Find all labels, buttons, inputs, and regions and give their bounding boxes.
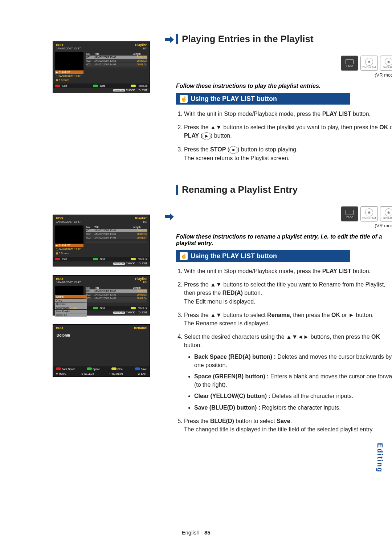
osd-timestamp: JAN/02/2007 13:47 (56, 47, 81, 50)
osd-side-info: ▶PLAYLIST ⓘJAN/02/2007 13:47 ▦6 Scenes (55, 70, 83, 82)
edit-menu-item: New Playlist (55, 310, 87, 313)
stop-icon: ■ (229, 146, 237, 154)
vr-mode-note: (VR mode) (176, 72, 392, 78)
edit-menu-item: Select All (55, 313, 87, 317)
osd-device: HDD (56, 43, 63, 47)
bullet: Save (BLUE(D) button) : Registers the ch… (194, 403, 392, 412)
badge-hdd: HDD (341, 206, 358, 221)
osd-foot-sort: Sort (100, 85, 105, 87)
list-item (86, 69, 147, 69)
rn-save: Save (141, 368, 147, 370)
list-item (86, 68, 147, 68)
osd-rename-screen: HDD Rename Dolphin_ Back Space Space Cle… (53, 324, 150, 377)
step: Press the BLUE(D) button to select Save.… (184, 417, 392, 434)
section-playing-entries: Playing Entries in the Playlist HDD ◉DVD… (176, 33, 392, 162)
step: Press the ▲▼ buttons to select the playl… (184, 123, 392, 140)
osd-playlist-screen-editmenu: HDD Playlist JAN/02/2007 13:47 1/3 No.Ti… (53, 275, 150, 316)
osd-side-time: JAN/02/2007 13:47 (59, 75, 81, 77)
list-item (86, 66, 147, 67)
sub-heading-band: ☝ Using the PLAY LIST button (176, 93, 350, 105)
osd-foot-check: CHECK (126, 89, 135, 92)
osd-playlist-screen-2: HDD Playlist JAN/02/2007 13:47 1/3 ▶PLAY… (53, 215, 150, 267)
bullet: Space (GREEN(B) button) : Enters a blank… (194, 372, 392, 389)
section-arrow-icon (165, 36, 174, 43)
edit-menu-item: Rename (55, 302, 87, 306)
rn-move: MOVE (59, 373, 66, 375)
col-title: Title (94, 53, 133, 55)
step: With the unit in Stop mode/Playback mode… (184, 267, 392, 275)
osd-edit-menu: Delete Copy Rename Edit Playlist 7 13:47… (55, 295, 87, 317)
edit-menu-item: Copy (55, 299, 87, 302)
badge-dvd-rw: ◉DVD-RW (380, 56, 392, 71)
badge-dvd-rw: ◉DVD-RW (380, 206, 392, 221)
rn-select: SELECT (84, 373, 94, 375)
disc-badges: HDD ◉DVD-RAM ◉DVD-RW (176, 206, 392, 221)
col-no: No. (86, 53, 94, 55)
rn-space: Space (93, 368, 100, 370)
disc-badges: HDD ◉DVD-RAM ◉DVD-RW (176, 56, 392, 71)
section-arrow-icon (165, 214, 174, 220)
play-icon: ▶ (203, 132, 211, 140)
sub-heading-band: ☝ Using the PLAY LIST button (176, 250, 350, 262)
vr-mode-note: (VR mode) (176, 223, 392, 228)
list-item: 002 JAN/02/2007 13:51 00:03:33 (86, 59, 147, 62)
osd-page-indicator: 1/3 (143, 47, 147, 50)
badge-hdd: HDD (341, 56, 358, 71)
section-lead: Follow these instructions to play the pl… (176, 83, 392, 89)
sub-heading-text: Using the PLAY LIST button (191, 252, 277, 260)
sub-heading-text: Using the PLAY LIST button (191, 95, 277, 103)
osd-foot-titlelist: Title List (138, 85, 147, 87)
section-heading: Renaming a Playlist Entry (176, 184, 392, 195)
badge-dvd-ram: ◉DVD-RAM (360, 206, 378, 221)
list-item: 003 JAN/02/2007 14:08 00:01:54 (86, 63, 147, 66)
step: Select the desired characters using the … (184, 333, 392, 412)
osd-side-playlist: PLAYLIST (59, 71, 70, 73)
step: Press the ▲▼ buttons to select Rename, t… (184, 311, 392, 328)
osd-thumbnail (55, 52, 83, 70)
steps-list: With the unit in Stop mode/Playback mode… (184, 267, 392, 434)
section-heading: Playing Entries in the Playlist (176, 33, 392, 45)
badge-dvd-ram: ◉DVD-RAM (360, 56, 378, 71)
rn-clear: Clear (117, 368, 123, 370)
edit-menu-item: Delete (55, 295, 87, 298)
page-footer: English - 85 (0, 529, 392, 536)
edit-menu-item: Edit Playlist 7 13:47 (55, 306, 87, 309)
step: Press the STOP (■) button to stop playin… (184, 145, 392, 162)
rename-text: Dolphin_ (53, 330, 150, 341)
rn-exit: EXIT (141, 373, 147, 375)
osd-foot-marker: MARKER (113, 89, 125, 92)
right-content-column: Playing Entries in the Playlist HDD ◉DVD… (176, 33, 392, 439)
section-renaming-entry: Renaming a Playlist Entry HDD ◉DVD-RAM ◉… (176, 184, 392, 434)
osd-foot-edit: Edit (62, 85, 67, 87)
hand-icon: ☝ (180, 95, 188, 103)
osd-playlist-screen-1: HDD Playlist JAN/02/2007 13:47 1/3 ▶PLAY… (53, 41, 150, 93)
section-lead: Follow these instructions to rename a pl… (176, 233, 392, 247)
osd-foot-exit: EXIT (142, 89, 147, 92)
hand-icon: ☝ (180, 252, 188, 260)
list-item: 001 JAN/02/2007 13:47 00:06:09 (86, 56, 147, 59)
step: Press the ▲▼ buttons to select the title… (184, 280, 392, 306)
osd-side-scenes: 6 Scenes (59, 79, 69, 81)
left-screenshots-column: HDD Playlist JAN/02/2007 13:47 1/3 ▶PLAY… (53, 41, 150, 386)
rn-return: RETURN (112, 373, 123, 375)
step: With the unit in Stop mode/Playback mode… (184, 110, 392, 118)
side-tab-editing: Editing (376, 443, 384, 473)
bullet: Back Space (RED(A) button) : Deletes and… (194, 353, 392, 369)
osd-mode: Playlist (135, 43, 147, 47)
bullet: Clear (YELLOW(C) button) : Deletes all t… (194, 392, 392, 400)
steps-list: With the unit in Stop mode/Playback mode… (184, 110, 392, 162)
color-button-bullets: Back Space (RED(A) button) : Deletes and… (194, 353, 392, 412)
col-length: Length (133, 53, 147, 55)
rn-backspace: Back Space (62, 368, 75, 370)
